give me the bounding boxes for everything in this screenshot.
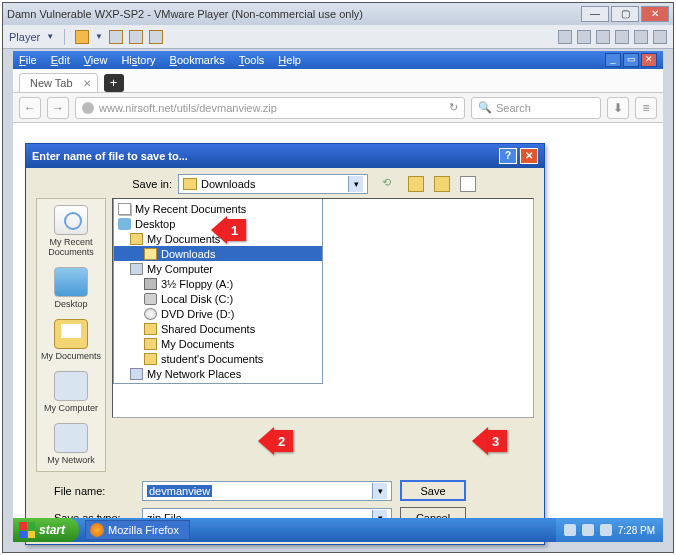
tree-item-downloads[interactable]: Downloads [114, 246, 322, 261]
callout-1: 1 [211, 216, 246, 244]
url-bar[interactable]: www.nirsoft.net/utils/devmanview.zip ↻ [75, 97, 465, 119]
firefox-tabstrip: New Tab ✕ + [13, 69, 663, 93]
vm-device-icon[interactable] [577, 30, 591, 44]
vmware-title: Damn Vulnerable WXP-SP2 - VMware Player … [7, 8, 581, 20]
search-bar[interactable]: 🔍 Search [471, 97, 601, 119]
vmware-toolbar: Player▼ ▼ [3, 25, 673, 49]
dropdown-icon[interactable]: ▾ [372, 483, 387, 499]
system-tray: 7:28 PM [556, 518, 663, 542]
folder-icon [144, 353, 157, 365]
filename-input[interactable]: devmanview ▾ [142, 481, 392, 501]
save-file-dialog: Enter name of file to save to... ? ✕ Sav… [25, 143, 545, 545]
tray-icon[interactable] [564, 524, 576, 536]
tray-icon[interactable] [600, 524, 612, 536]
disk-icon [144, 293, 157, 305]
filename-label: File name: [54, 485, 134, 497]
tree-item-recent[interactable]: My Recent Documents [114, 201, 322, 216]
tree-item-mydocs2[interactable]: My Documents [114, 336, 322, 351]
tab-label: New Tab [30, 77, 73, 89]
folder-icon [130, 233, 143, 245]
vm-snapshot-icon[interactable] [109, 30, 123, 44]
ff-close-button[interactable]: ✕ [641, 53, 657, 67]
search-placeholder: Search [496, 102, 531, 114]
windows-logo-icon [19, 522, 35, 538]
back-nav-icon[interactable]: ⟲ [382, 176, 398, 192]
firefox-menubar: File Edit View History Bookmarks Tools H… [13, 51, 663, 69]
tray-icon[interactable] [582, 524, 594, 536]
place-mynet[interactable]: My Network [47, 423, 95, 465]
place-recent[interactable]: My Recent Documents [39, 205, 103, 257]
downloads-button[interactable]: ⬇ [607, 97, 629, 119]
vm-device-icon[interactable] [615, 30, 629, 44]
menu-help[interactable]: Help [278, 54, 301, 66]
dialog-close-button[interactable]: ✕ [520, 148, 538, 164]
file-list-pane[interactable]: My Recent Documents Desktop My Documents… [112, 198, 534, 418]
new-folder-icon[interactable] [434, 176, 450, 192]
forward-button[interactable]: → [47, 97, 69, 119]
browser-tab[interactable]: New Tab ✕ [19, 73, 98, 92]
save-in-dropdown[interactable]: Downloads ▾ [178, 174, 368, 194]
vm-device-icon[interactable] [653, 30, 667, 44]
vmware-window: Damn Vulnerable WXP-SP2 - VMware Player … [2, 2, 674, 553]
menu-history[interactable]: History [121, 54, 155, 66]
callout-2: 2 [258, 427, 293, 455]
vm-device-icon[interactable] [596, 30, 610, 44]
player-menu[interactable]: Player [9, 31, 40, 43]
up-folder-icon[interactable] [408, 176, 424, 192]
floppy-icon [144, 278, 157, 290]
tree-item-studocs[interactable]: student's Documents [114, 351, 322, 366]
xp-desktop: File Edit View History Bookmarks Tools H… [13, 51, 663, 542]
tab-close-icon[interactable]: ✕ [83, 78, 91, 89]
dialog-title: Enter name of file to save to... [32, 150, 496, 162]
tree-item-localc[interactable]: Local Disk (C:) [114, 291, 322, 306]
folder-icon [183, 178, 197, 190]
callout-3: 3 [472, 427, 507, 455]
computer-icon [130, 263, 143, 275]
reload-icon[interactable]: ↻ [449, 101, 458, 114]
vm-device-icon[interactable] [634, 30, 648, 44]
folder-open-icon [144, 248, 157, 260]
docs-icon [118, 203, 131, 215]
taskbar-item-firefox[interactable]: Mozilla Firefox [85, 520, 190, 540]
search-icon: 🔍 [478, 101, 492, 114]
vm-maximize-button[interactable]: ▢ [611, 6, 639, 22]
back-button[interactable]: ← [19, 97, 41, 119]
menu-bookmarks[interactable]: Bookmarks [170, 54, 225, 66]
view-menu-icon[interactable] [460, 176, 476, 192]
save-button[interactable]: Save [400, 480, 466, 501]
ff-max-button[interactable]: ▭ [623, 53, 639, 67]
dvd-icon [144, 308, 157, 320]
tree-item-shared[interactable]: Shared Documents [114, 321, 322, 336]
vm-fullscreen-icon[interactable] [129, 30, 143, 44]
dialog-help-button[interactable]: ? [499, 148, 517, 164]
menu-edit[interactable]: Edit [51, 54, 70, 66]
place-mycomp[interactable]: My Computer [44, 371, 98, 413]
vm-device-icon[interactable] [558, 30, 572, 44]
place-mydocs[interactable]: My Documents [41, 319, 101, 361]
firefox-toolbar: ← → www.nirsoft.net/utils/devmanview.zip… [13, 93, 663, 123]
menu-view[interactable]: View [84, 54, 108, 66]
menu-tools[interactable]: Tools [239, 54, 265, 66]
vmware-titlebar: Damn Vulnerable WXP-SP2 - VMware Player … [3, 3, 673, 25]
firefox-icon [90, 523, 104, 537]
dropdown-icon[interactable]: ▾ [348, 176, 363, 192]
xp-taskbar: start Mozilla Firefox 7:28 PM [13, 518, 663, 542]
save-in-label: Save in: [112, 178, 172, 190]
tree-item-dvd[interactable]: DVD Drive (D:) [114, 306, 322, 321]
ff-min-button[interactable]: _ [605, 53, 621, 67]
desktop-icon [118, 218, 131, 230]
place-desktop[interactable]: Desktop [54, 267, 88, 309]
vm-pause-icon[interactable] [75, 30, 89, 44]
tree-item-floppy[interactable]: 3½ Floppy (A:) [114, 276, 322, 291]
new-tab-button[interactable]: + [104, 74, 124, 92]
start-button[interactable]: start [13, 518, 79, 542]
vm-unity-icon[interactable] [149, 30, 163, 44]
folder-icon [144, 323, 157, 335]
menu-file[interactable]: File [19, 54, 37, 66]
tree-item-mycomp[interactable]: My Computer [114, 261, 322, 276]
tree-item-netplaces[interactable]: My Network Places [114, 366, 322, 381]
menu-button[interactable]: ≡ [635, 97, 657, 119]
vm-close-button[interactable]: ✕ [641, 6, 669, 22]
places-bar: My Recent Documents Desktop My Documents… [36, 198, 106, 472]
vm-minimize-button[interactable]: — [581, 6, 609, 22]
